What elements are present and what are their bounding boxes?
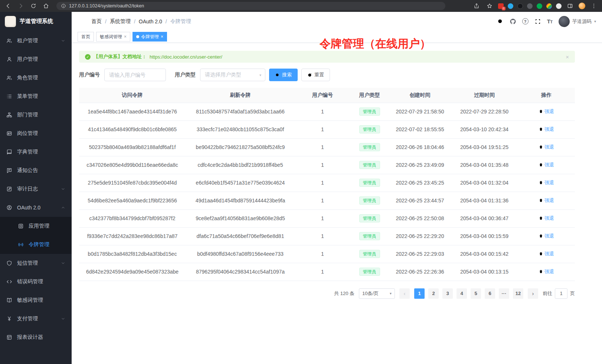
- tab-sensitive-word[interactable]: 敏感词管理 ×: [96, 32, 130, 42]
- browser-home-button[interactable]: [42, 1, 50, 10]
- col-user-id: 用户编号: [295, 88, 350, 103]
- next-page-button[interactable]: ›: [528, 288, 538, 299]
- sidebar-item-tenant[interactable]: 租户管理: [0, 32, 72, 50]
- access-token-cell: f9336e7c7dd242a283ee98dc86b17a87: [79, 227, 186, 245]
- breadcrumb-system[interactable]: 系统管理: [110, 18, 131, 25]
- sidebar-item-report-designer[interactable]: 报表设计器: [0, 328, 72, 347]
- force-logout-button[interactable]: 强退: [539, 251, 554, 257]
- sidebar-item-user[interactable]: 用户管理: [0, 50, 72, 69]
- extension-dark-icon[interactable]: [517, 3, 523, 9]
- sidebar-item-sms[interactable]: 短信管理: [0, 254, 72, 272]
- page-button[interactable]: 2: [428, 288, 439, 299]
- sidebar-item-post[interactable]: 岗位管理: [0, 124, 72, 143]
- browser-forward-button[interactable]: [16, 1, 25, 10]
- collapse-sidebar-button[interactable]: [78, 18, 85, 25]
- sidebar-item-dict[interactable]: 字典管理: [0, 143, 72, 161]
- browser-reload-button[interactable]: [29, 1, 38, 10]
- force-logout-button[interactable]: 强退: [539, 215, 554, 222]
- fullscreen-icon[interactable]: [534, 18, 541, 25]
- breadcrumb-home[interactable]: 首页: [91, 18, 102, 25]
- user-dropdown[interactable]: 芋道源码 ▾: [559, 16, 596, 27]
- force-logout-button[interactable]: 强退: [539, 233, 554, 239]
- search-icon[interactable]: [497, 18, 504, 25]
- breadcrumb-oauth[interactable]: OAuth 2.0: [139, 19, 162, 24]
- side-panel-icon[interactable]: [566, 1, 575, 10]
- refresh-token-cell: 811c530487574fa0af1a59d3abc1aa66: [186, 103, 295, 120]
- page-button[interactable]: 12: [513, 288, 523, 299]
- expire-time-cell: 2054-03-04 00:15:59: [451, 227, 518, 245]
- site-info-icon[interactable]: [61, 3, 66, 9]
- sidebar-item-menu[interactable]: 菜单管理: [0, 87, 72, 106]
- page-button[interactable]: 5: [471, 288, 481, 299]
- sidebar-item-sensitive-word[interactable]: 敏感词管理: [0, 291, 72, 310]
- chevron-up-icon: [61, 205, 65, 210]
- page-button[interactable]: 3: [442, 288, 453, 299]
- alert-close-icon[interactable]: ×: [566, 54, 569, 60]
- goto-page: 前往 页: [543, 288, 575, 299]
- user-id-cell: 1: [295, 103, 350, 120]
- browser-menu-dots-icon[interactable]: [589, 1, 598, 10]
- page-button[interactable]: 6: [485, 288, 495, 299]
- page-size-select[interactable]: 10条/页 ▾: [359, 288, 395, 299]
- app-logo[interactable]: 芋道管理系统: [0, 12, 72, 31]
- tenant-icon: [6, 38, 12, 44]
- bookmark-star-icon[interactable]: [485, 1, 494, 10]
- extension-blue-icon[interactable]: [508, 3, 513, 9]
- sidebar-item-audit-log[interactable]: 审计日志: [0, 180, 72, 198]
- extension-gray-icon[interactable]: [527, 3, 533, 9]
- sidebar-item-oauth-token[interactable]: 令牌管理: [0, 235, 72, 254]
- force-logout-button[interactable]: 强退: [539, 162, 554, 168]
- help-icon[interactable]: ?: [522, 18, 529, 24]
- force-logout-button[interactable]: 强退: [539, 179, 554, 186]
- tab-token[interactable]: 令牌管理 ×: [132, 32, 167, 42]
- doc-link[interactable]: https://doc.iocoder.cn/user-center/: [150, 54, 222, 60]
- font-size-icon[interactable]: TT: [547, 18, 553, 24]
- force-logout-button[interactable]: 强退: [539, 144, 554, 150]
- search-button[interactable]: 搜索: [269, 69, 298, 81]
- top-header: 首页 / 系统管理 / OAuth 2.0 / 令牌管理 ? TT 芋道源码 ▾: [72, 12, 602, 31]
- caret-down-icon: ▾: [259, 73, 261, 77]
- user-type-select[interactable]: 请选择用户类型 ▾: [200, 69, 265, 81]
- extension-paw-icon[interactable]: [556, 3, 562, 9]
- sidebar-item-role[interactable]: 角色管理: [0, 69, 72, 87]
- edit-log-icon: [6, 186, 12, 192]
- sidebar-item-dept[interactable]: 部门管理: [0, 106, 72, 124]
- browser-chrome: 127.0.0.1:1024/system/oauth2/token 0: [0, 0, 602, 12]
- extension-red-icon[interactable]: 0: [498, 3, 504, 9]
- sidebar-item-oauth[interactable]: OAuth 2.0: [0, 198, 72, 217]
- browser-profile-avatar[interactable]: [579, 3, 585, 9]
- tab-home[interactable]: 首页: [78, 32, 94, 42]
- close-icon[interactable]: ×: [124, 34, 127, 39]
- sidebar-item-pay[interactable]: 支付管理: [0, 310, 72, 328]
- caret-down-icon: ▾: [594, 19, 596, 23]
- address-bar[interactable]: 127.0.0.1:1024/system/oauth2/token: [56, 2, 445, 10]
- extensions-puzzle-icon[interactable]: [546, 3, 552, 9]
- extension-green-icon[interactable]: [537, 3, 542, 9]
- page-button[interactable]: ···: [499, 288, 509, 299]
- col-refresh-token: 刷新令牌: [186, 88, 295, 103]
- goto-page-input[interactable]: [555, 288, 567, 299]
- created-time-cell: 2022-06-25 22:29:20: [389, 227, 451, 245]
- user-id-input[interactable]: [104, 69, 166, 81]
- sidebar-item-oauth-app[interactable]: 应用管理: [0, 217, 72, 235]
- force-logout-button[interactable]: 强退: [539, 197, 554, 204]
- user-type-cell: 管理员: [350, 263, 389, 281]
- sidebar-item-notice[interactable]: 通知公告: [0, 161, 72, 180]
- page-button[interactable]: 4: [457, 288, 467, 299]
- user-type-label: 用户类型: [175, 72, 196, 78]
- force-logout-button[interactable]: 强退: [539, 108, 554, 115]
- sidebar-menu: 租户管理 用户管理 角色管理 菜单管理 部门管理 岗位管理: [0, 31, 72, 347]
- table-row: f9336e7c7dd242a283ee98dc86b17a87 dfa6c71…: [79, 227, 575, 245]
- force-logout-button[interactable]: 强退: [539, 268, 554, 275]
- prev-page-button[interactable]: ‹: [399, 288, 410, 299]
- reset-button[interactable]: 重置: [301, 69, 330, 81]
- force-logout-button[interactable]: 强退: [539, 126, 554, 133]
- sidebar-item-error-code[interactable]: 错误码管理: [0, 272, 72, 291]
- page-button[interactable]: 1: [414, 288, 425, 299]
- github-icon[interactable]: [510, 18, 516, 25]
- share-icon[interactable]: [472, 1, 481, 10]
- close-icon[interactable]: ×: [161, 34, 163, 39]
- user-type-tag: 管理员: [359, 268, 380, 276]
- success-check-icon: ✓: [85, 54, 91, 60]
- browser-back-button[interactable]: [4, 1, 13, 10]
